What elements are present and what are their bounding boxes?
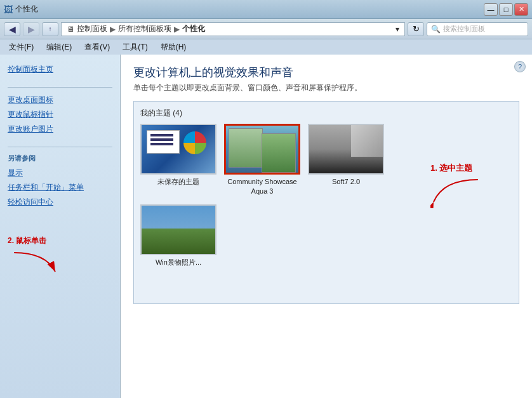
minimize-button[interactable]: — bbox=[484, 3, 498, 16]
sidebar-annotation-text: 2. 鼠标单击 bbox=[8, 235, 112, 247]
breadcrumb-dropdown[interactable]: ▾ bbox=[396, 25, 399, 34]
showcase-inner1 bbox=[229, 128, 263, 168]
sidebar-home-link[interactable]: 控制面板主页 bbox=[8, 63, 112, 76]
sidebar-also-display[interactable]: 显示 bbox=[8, 167, 112, 179]
sidebar-divider-1 bbox=[8, 87, 112, 88]
up-button[interactable]: ↑ bbox=[42, 22, 58, 36]
theme-thumb-unsaved bbox=[140, 124, 216, 175]
sidebar-arrow bbox=[8, 249, 112, 277]
window-title: 个性化 bbox=[15, 4, 38, 15]
title-bar: 🖼 个性化 — □ ✕ bbox=[0, 0, 532, 19]
theme-thumb-win-nature bbox=[140, 204, 216, 255]
menu-tools[interactable]: 工具(T) bbox=[116, 41, 154, 54]
sidebar-link-mouse[interactable]: 更改鼠标指针 bbox=[8, 109, 112, 121]
menu-bar: 文件(F) 编辑(E) 查看(V) 工具(T) 帮助(H) bbox=[0, 39, 532, 55]
breadcrumb-part1: 控制面板 bbox=[77, 23, 107, 34]
theme-item-soft7[interactable]: Soft7 2.0 bbox=[308, 124, 384, 197]
breadcrumb-sep2: ▶ bbox=[174, 25, 180, 34]
select-theme-annotation: 1. 选中主题 bbox=[430, 163, 481, 210]
menu-help[interactable]: 帮助(H) bbox=[154, 41, 193, 54]
search-icon: 🔍 bbox=[431, 25, 441, 34]
sidebar-home-section: 控制面板主页 bbox=[0, 61, 120, 83]
theme-item-showcase[interactable]: Community Showcase Aqua 3 bbox=[224, 124, 300, 197]
search-placeholder: 搜索控制面板 bbox=[443, 24, 485, 34]
address-path[interactable]: 🖥 控制面板 ▶ 所有控制面板项 ▶ 个性化 ▾ bbox=[61, 22, 405, 36]
theme-label-soft7: Soft7 2.0 bbox=[332, 177, 360, 187]
theme-label-showcase: Community Showcase Aqua 3 bbox=[224, 177, 300, 197]
main-layout: 控制面板主页 更改桌面图标 更改鼠标指针 更改账户图片 另请参阅 显示 任务栏和… bbox=[0, 55, 532, 398]
sidebar-links-section: 更改桌面图标 更改鼠标指针 更改账户图片 bbox=[0, 91, 120, 143]
forward-button[interactable]: ▶ bbox=[23, 22, 39, 36]
content-subtitle: 单击每个主题以即更改桌面背景、窗口颜色、声音和屏幕保护程序。 bbox=[133, 83, 519, 93]
title-bar-controls: — □ ✕ bbox=[484, 3, 528, 16]
refresh-button[interactable]: ↻ bbox=[408, 22, 424, 36]
menu-view[interactable]: 查看(V) bbox=[78, 41, 116, 54]
select-theme-text: 1. 选中主题 bbox=[430, 163, 481, 174]
sidebar-also-taskbar[interactable]: 任务栏和「开始」菜单 bbox=[8, 182, 112, 194]
help-button[interactable]: ? bbox=[514, 61, 526, 72]
breadcrumb-sep1: ▶ bbox=[110, 25, 116, 34]
sidebar-link-account-pic[interactable]: 更改账户图片 bbox=[8, 123, 112, 135]
select-theme-arrow bbox=[430, 176, 481, 208]
sidebar-also-section: 另请参阅 显示 任务栏和「开始」菜单 轻松访问中心 bbox=[0, 151, 120, 216]
close-button[interactable]: ✕ bbox=[514, 3, 528, 16]
theme-label-unsaved: 未保存的主题 bbox=[157, 177, 199, 187]
theme-thumb-showcase bbox=[224, 124, 300, 175]
soft7-light bbox=[351, 125, 383, 157]
back-button[interactable]: ◀ bbox=[4, 22, 20, 36]
theme-item-unsaved[interactable]: 未保存的主题 bbox=[140, 124, 216, 197]
breadcrumb-part2: 所有控制面板项 bbox=[118, 23, 171, 34]
address-bar: ◀ ▶ ↑ 🖥 控制面板 ▶ 所有控制面板项 ▶ 个性化 ▾ ↻ 🔍 搜索控制面… bbox=[0, 19, 532, 39]
theme-label-win-nature: Win景物照片... bbox=[156, 258, 201, 267]
content-title: 更改计算机上的视觉效果和声音 bbox=[133, 65, 519, 80]
showcase-inner2 bbox=[262, 133, 296, 173]
breadcrumb-icon: 🖥 bbox=[67, 25, 74, 34]
themes-grid-row2: Win景物照片... bbox=[140, 204, 512, 267]
sidebar-also-title: 另请参阅 bbox=[8, 154, 112, 163]
maximize-button[interactable]: □ bbox=[499, 3, 513, 16]
theme-item-win-nature[interactable]: Win景物照片... bbox=[140, 204, 216, 267]
breadcrumb-part3: 个性化 bbox=[182, 23, 205, 34]
menu-edit[interactable]: 编辑(E) bbox=[40, 41, 78, 54]
sidebar-divider-2 bbox=[8, 147, 112, 147]
sidebar-also-ease[interactable]: 轻松访问中心 bbox=[8, 196, 112, 208]
windows-logo-circle bbox=[183, 131, 206, 154]
menu-file[interactable]: 文件(F) bbox=[3, 41, 40, 54]
theme-thumb-soft7 bbox=[308, 124, 384, 175]
sidebar-annotation-area: 2. 鼠标单击 bbox=[0, 216, 120, 277]
sidebar: 控制面板主页 更改桌面图标 更改鼠标指针 更改账户图片 另请参阅 显示 任务栏和… bbox=[0, 55, 121, 398]
sidebar-link-desktop-icon[interactable]: 更改桌面图标 bbox=[8, 94, 112, 106]
content-area: ? 更改计算机上的视觉效果和声音 单击每个主题以即更改桌面背景、窗口颜色、声音和… bbox=[121, 55, 532, 398]
search-box[interactable]: 🔍 搜索控制面板 bbox=[427, 22, 528, 36]
my-themes-label: 我的主题 (4) bbox=[140, 108, 512, 119]
title-bar-left: 🖼 个性化 bbox=[4, 4, 38, 15]
